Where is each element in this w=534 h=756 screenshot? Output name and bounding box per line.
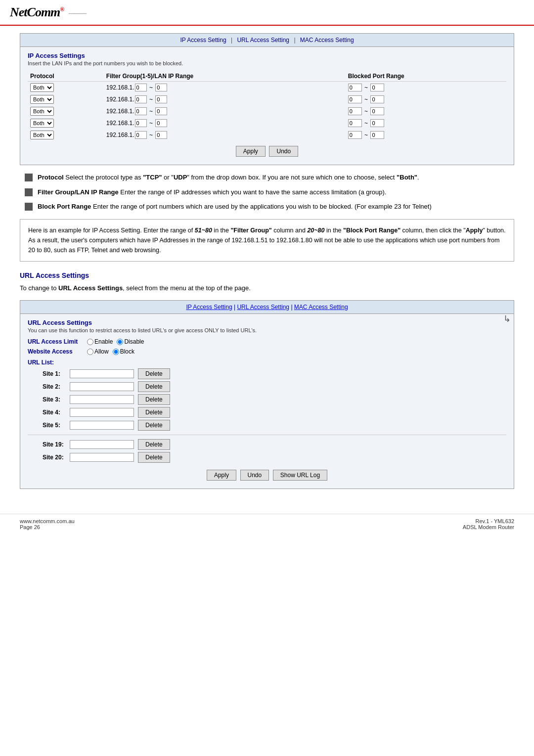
nav2-sep1: | — [234, 304, 235, 311]
ip-end-input-4[interactable] — [155, 131, 167, 139]
footer-modem: ADSL Modem Router — [463, 524, 514, 530]
url-list-row: Site 1: Delete — [28, 368, 506, 379]
panel1-apply-btn[interactable]: Apply — [236, 146, 266, 157]
bullet-text-protocol: Protocol Select the protocol type as "TC… — [38, 173, 419, 182]
nav-sep2: | — [294, 37, 295, 44]
ip-suffix-input-2[interactable] — [135, 107, 147, 115]
port-start-input-3[interactable] — [348, 119, 362, 127]
block-radio[interactable] — [113, 349, 119, 355]
enable-radio[interactable] — [87, 339, 93, 345]
protocol-cell-1: Both TCP UDP — [28, 93, 104, 105]
nav-ip-access-link[interactable]: IP Access Setting — [180, 37, 226, 44]
url-intro: To change to URL Access Settings, select… — [20, 283, 514, 293]
ip-access-panel: IP Access Setting | URL Access Setting |… — [20, 33, 514, 165]
panel1-undo-btn[interactable]: Undo — [269, 146, 298, 157]
main-content: IP Access Setting | URL Access Setting |… — [0, 26, 534, 504]
site-delete-btn-4[interactable]: Delete — [138, 420, 170, 431]
port-start-input-4[interactable] — [348, 131, 362, 139]
url-list-row: Site 4: Delete — [28, 407, 506, 418]
site-input-5[interactable] — [70, 440, 134, 449]
port-end-input-3[interactable] — [370, 119, 384, 127]
panel2-section-title: URL Access Settings — [28, 319, 506, 326]
website-access-label: Website Access — [28, 348, 87, 355]
nav-url-access-link[interactable]: URL Access Setting — [237, 37, 289, 44]
block-radio-label[interactable]: Block — [113, 348, 134, 355]
example-box: Here is an example for IP Access Setting… — [20, 219, 514, 262]
port-range-cell-1: ~ — [346, 93, 506, 105]
ip-suffix-input-3[interactable] — [135, 119, 147, 127]
bullet-section: Protocol Select the protocol type as "TC… — [20, 173, 514, 212]
site-delete-btn-3[interactable]: Delete — [138, 407, 170, 418]
nav2-ip-access-link[interactable]: IP Access Setting — [186, 304, 232, 311]
logo: NetComm® ─── — [10, 5, 524, 20]
disable-radio-label[interactable]: Disable — [117, 338, 144, 345]
site-delete-btn-1[interactable]: Delete — [138, 381, 170, 392]
disable-radio[interactable] — [117, 339, 123, 345]
ip-prefix-3: 192.168.1. — [106, 120, 134, 127]
allow-radio[interactable] — [87, 349, 93, 355]
nav-sep1: | — [231, 37, 232, 44]
show-url-log-btn[interactable]: Show URL Log — [273, 470, 327, 481]
ip-end-input-0[interactable] — [155, 84, 167, 91]
footer-right: Rev.1 - YML632 ADSL Modem Router — [463, 518, 514, 530]
protocol-select-0[interactable]: Both TCP UDP — [30, 83, 54, 92]
port-start-input-1[interactable] — [348, 95, 362, 103]
site-input-3[interactable] — [70, 408, 134, 417]
ip-range-cell-1: 192.168.1. ~ — [104, 93, 346, 105]
nav-mac-access-link[interactable]: MAC Access Setting — [300, 37, 354, 44]
table-row: Both TCP UDP 192.168.1. ~ ~ — [28, 129, 506, 141]
nav2-mac-access-link[interactable]: MAC Access Setting — [294, 304, 348, 311]
site-label-1: Site 2: — [43, 383, 70, 390]
protocol-select-1[interactable]: Both TCP UDP — [30, 95, 54, 104]
ip-end-input-3[interactable] — [155, 119, 167, 127]
site-label-2: Site 3: — [43, 396, 70, 403]
logo-reg: ® — [60, 6, 64, 13]
table-row: Both TCP UDP 192.168.1. ~ ~ — [28, 105, 506, 117]
enable-radio-label[interactable]: Enable — [87, 338, 113, 345]
ip-range-cell-2: 192.168.1. ~ — [104, 105, 346, 117]
col-protocol: Protocol — [28, 71, 104, 82]
site-delete-btn-0[interactable]: Delete — [138, 368, 170, 379]
site-delete-btn-5[interactable]: Delete — [138, 439, 170, 450]
site-label-4: Site 5: — [43, 422, 70, 429]
panel2-apply-btn[interactable]: Apply — [207, 470, 236, 481]
nav2-url-access-link[interactable]: URL Access Setting — [237, 304, 289, 311]
site-input-2[interactable] — [70, 395, 134, 404]
panel2-undo-btn[interactable]: Undo — [240, 470, 269, 481]
col-blocked-port: Blocked Port Range — [346, 71, 506, 82]
url-list-rows: Site 1: Delete Site 2: Delete Site 3: De… — [28, 368, 506, 463]
port-start-input-0[interactable] — [348, 84, 362, 91]
site-delete-btn-2[interactable]: Delete — [138, 394, 170, 405]
col-filter-group: Filter Group(1-5)/LAN IP Range — [104, 71, 346, 82]
ip-end-input-2[interactable] — [155, 107, 167, 115]
url-list-divider — [28, 435, 506, 435]
ip-range-cell-0: 192.168.1. ~ — [104, 82, 346, 94]
port-end-input-0[interactable] — [370, 84, 384, 91]
ip-suffix-input-4[interactable] — [135, 131, 147, 139]
url-list-row: Site 2: Delete — [28, 381, 506, 392]
port-end-input-2[interactable] — [370, 107, 384, 115]
site-label-5: Site 19: — [43, 441, 70, 448]
site-label-0: Site 1: — [43, 370, 70, 377]
panel1-section-title: IP Access Settings — [28, 52, 506, 59]
port-end-input-4[interactable] — [370, 131, 384, 139]
ip-end-input-1[interactable] — [155, 95, 167, 103]
site-delete-btn-6[interactable]: Delete — [138, 452, 170, 463]
ip-range-cell-4: 192.168.1. ~ — [104, 129, 346, 141]
ip-suffix-input-0[interactable] — [135, 84, 147, 91]
protocol-select-3[interactable]: Both TCP UDP — [30, 119, 54, 128]
port-start-input-2[interactable] — [348, 107, 362, 115]
url-access-limit-radio-group: Enable Disable — [87, 338, 144, 345]
protocol-select-2[interactable]: Both TCP UDP — [30, 107, 54, 116]
panel1-section-desc: Insert the LAN IPs and the port numbers … — [28, 60, 506, 66]
site-input-4[interactable] — [70, 421, 134, 430]
protocol-cell-0: Both TCP UDP — [28, 82, 104, 94]
site-input-6[interactable] — [70, 453, 134, 462]
port-end-input-1[interactable] — [370, 95, 384, 103]
protocol-select-4[interactable]: Both TCP UDP — [30, 131, 54, 139]
allow-radio-label[interactable]: Allow — [87, 348, 109, 355]
protocol-cell-4: Both TCP UDP — [28, 129, 104, 141]
site-input-1[interactable] — [70, 382, 134, 391]
site-input-0[interactable] — [70, 369, 134, 378]
ip-suffix-input-1[interactable] — [135, 95, 147, 103]
